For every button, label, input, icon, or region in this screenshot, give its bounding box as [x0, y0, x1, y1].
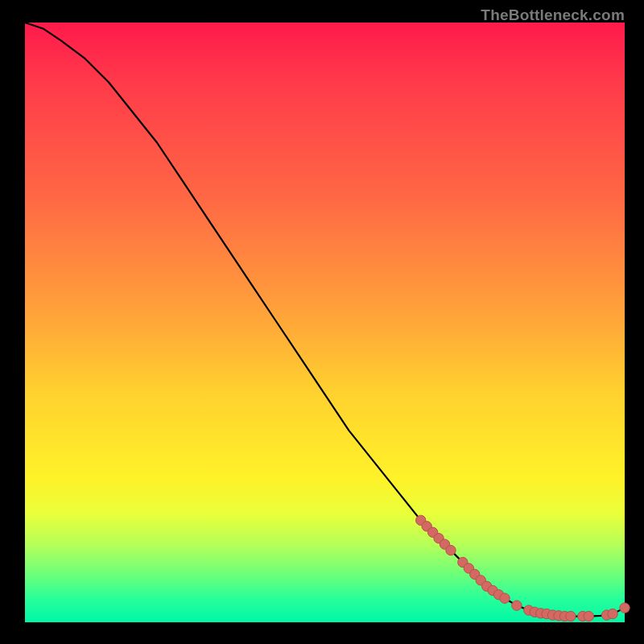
data-marker: [500, 593, 510, 603]
chart-svg: [25, 23, 625, 622]
data-marker: [446, 545, 456, 555]
chart-stage: TheBottleneck.com: [0, 0, 644, 644]
line-layer: [25, 23, 625, 617]
marker-layer: [416, 515, 630, 621]
data-marker: [608, 609, 617, 618]
data-marker: [620, 603, 630, 613]
plot-area: [25, 23, 625, 622]
watermark-text: TheBottleneck.com: [481, 7, 625, 23]
data-marker: [566, 611, 576, 621]
data-marker: [512, 601, 522, 610]
curve-path: [25, 23, 625, 617]
data-marker: [584, 611, 593, 621]
